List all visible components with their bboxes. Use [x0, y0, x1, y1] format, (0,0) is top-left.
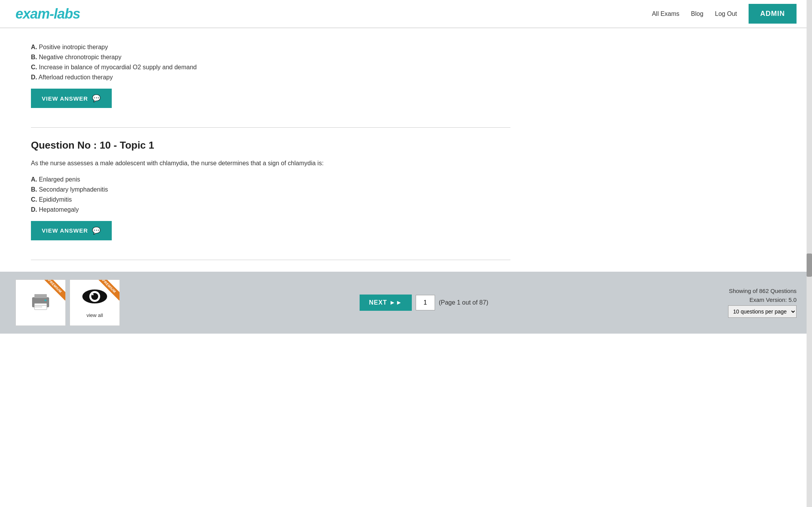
scrollbar-track [807, 0, 812, 334]
prev-option-c: C. Increase in balance of myocardial O2 … [31, 64, 510, 71]
main-content: A. Positive inotropic therapy B. Negativ… [0, 28, 541, 260]
admin-button[interactable]: ADMIN [749, 4, 797, 24]
option-c-text: Epididymitis [39, 196, 72, 203]
divider-1 [31, 127, 510, 128]
option-a-text: Enlarged penis [39, 176, 80, 183]
previous-question-section: A. Positive inotropic therapy B. Negativ… [31, 44, 510, 120]
prev-option-c-text: Increase in balance of myocardial O2 sup… [39, 64, 196, 70]
printer-icon [29, 290, 52, 315]
per-page-select[interactable]: 10 questions per page 20 questions per p… [728, 305, 797, 318]
per-page-select-wrap: 10 questions per page 20 questions per p… [728, 305, 797, 318]
option-d-letter: D. [31, 206, 37, 213]
svg-rect-1 [34, 294, 47, 298]
view-answer-label: VIEW ANSWER [42, 227, 88, 234]
footer-info: Showing of 862 Questions Exam Version: 5… [728, 288, 797, 318]
question-heading: Question No : 10 - Topic 1 [31, 139, 510, 151]
svg-rect-5 [34, 307, 42, 307]
eye-icon [81, 287, 108, 311]
next-button[interactable]: NEXT ►► [360, 295, 411, 311]
prev-option-b: B. Negative chronotropic therapy [31, 54, 510, 61]
header: exam-labs All Exams Blog Log Out ADMIN [0, 0, 812, 28]
footer: PREMIUM PREMIUM [0, 272, 812, 334]
option-b-letter: B. [31, 186, 37, 193]
option-a-letter: A. [31, 176, 37, 183]
svg-point-10 [92, 294, 94, 295]
prev-option-d: D. Afterload reduction therapy [31, 74, 510, 81]
options-list: A. Enlarged penis B. Secondary lymphaden… [31, 176, 510, 213]
question-section: Question No : 10 - Topic 1 As the nurse … [31, 139, 510, 252]
prev-option-d-letter: D. [31, 74, 37, 81]
logo: exam-labs [15, 6, 80, 22]
prev-option-c-letter: C. [31, 64, 37, 70]
svg-rect-4 [34, 305, 47, 306]
svg-rect-3 [44, 300, 46, 301]
chat-icon: 💬 [92, 226, 101, 235]
page-info: (Page 1 out of 87) [439, 299, 488, 306]
divider-2 [31, 260, 510, 260]
prev-options-list: A. Positive inotropic therapy B. Negativ… [31, 44, 510, 81]
view-all-label: view all [87, 312, 103, 318]
footer-pagination: NEXT ►► (Page 1 out of 87) [128, 295, 720, 311]
page-input[interactable] [416, 295, 435, 310]
prev-chat-icon: 💬 [92, 94, 101, 103]
scrollbar-thumb[interactable] [807, 254, 812, 277]
exam-version: Exam Version: 5.0 [749, 296, 797, 303]
next-arrows-icon: ►► [389, 299, 403, 306]
prev-option-b-letter: B. [31, 54, 37, 60]
footer-cards: PREMIUM PREMIUM [15, 279, 120, 326]
option-c: C. Epididymitis [31, 196, 510, 203]
option-b-text: Secondary lymphadenitis [39, 186, 108, 193]
view-answer-button[interactable]: VIEW ANSWER 💬 [31, 221, 112, 240]
nav: All Exams Blog Log Out ADMIN [652, 4, 797, 24]
prev-option-a-letter: A. [31, 44, 37, 50]
nav-all-exams[interactable]: All Exams [652, 10, 679, 17]
prev-option-b-text: Negative chronotropic therapy [39, 54, 121, 60]
print-premium-card[interactable]: PREMIUM [15, 279, 66, 326]
option-d-text: Hepatomegaly [39, 206, 78, 213]
prev-option-a: A. Positive inotropic therapy [31, 44, 510, 51]
nav-blog[interactable]: Blog [691, 10, 703, 17]
option-a: A. Enlarged penis [31, 176, 510, 183]
prev-option-d-text: Afterload reduction therapy [39, 74, 113, 81]
view-all-premium-card[interactable]: PREMIUM view all [70, 279, 120, 326]
option-b: B. Secondary lymphadenitis [31, 186, 510, 193]
logo-text: exam-labs [15, 6, 80, 22]
prev-option-a-text: Positive inotropic therapy [39, 44, 108, 50]
prev-view-answer-label: VIEW ANSWER [42, 95, 88, 102]
option-d: D. Hepatomegaly [31, 206, 510, 213]
option-c-letter: C. [31, 196, 37, 203]
prev-view-answer-button[interactable]: VIEW ANSWER 💬 [31, 89, 112, 108]
nav-log-out[interactable]: Log Out [715, 10, 737, 17]
showing-questions: Showing of 862 Questions [729, 288, 797, 294]
question-text: As the nurse assesses a male adolescent … [31, 158, 333, 168]
next-label: NEXT [369, 299, 387, 306]
